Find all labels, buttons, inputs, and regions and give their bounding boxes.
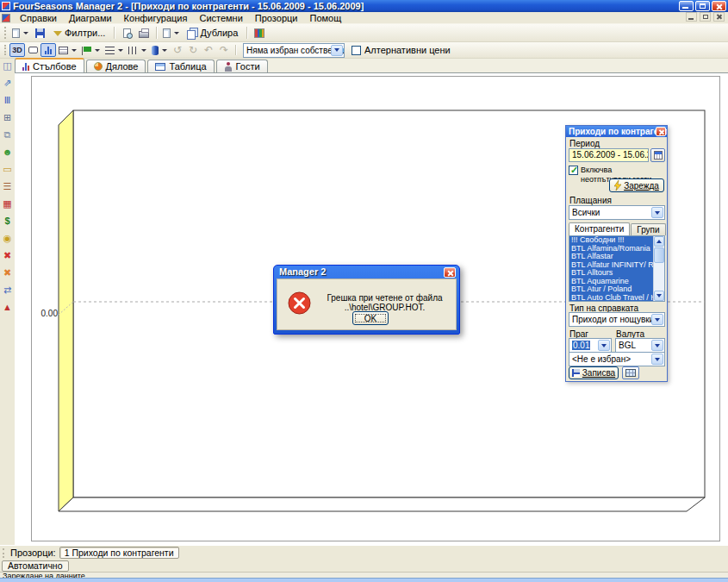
print-preview-button[interactable] (118, 25, 135, 41)
growth-icon[interactable]: ▲ (0, 300, 15, 314)
rotate-ccw-button[interactable]: ↺ (170, 43, 185, 57)
list-item[interactable]: BTL Atur / Poland (569, 285, 653, 294)
ledger-icon[interactable]: ☰ (0, 179, 15, 193)
bar-chart-button[interactable] (40, 43, 56, 57)
focus-rect (355, 314, 386, 322)
orbit-left-button[interactable]: ↶ (201, 43, 216, 57)
minimize-icon[interactable] (679, 1, 694, 11)
grid-icon[interactable]: ▦ (0, 197, 15, 210)
v-gridlines-button[interactable] (126, 43, 149, 57)
coins-icon[interactable]: ◉ (0, 231, 15, 245)
dropdown-button[interactable] (331, 45, 343, 56)
cascade-windows-icon[interactable]: ◫ (0, 59, 15, 72)
dropdown-button[interactable] (651, 340, 663, 351)
flag-icon (84, 47, 91, 52)
threshold-select[interactable]: 0.01 (569, 338, 612, 353)
transfer-icon[interactable]: ⇄ (0, 283, 15, 297)
panel-titlebar[interactable]: Приходи по контрагенти (566, 126, 667, 137)
save-report-button[interactable]: Записва (569, 366, 619, 379)
hotel-select[interactable]: <Не е избран> (569, 352, 665, 366)
mdi-minimize-icon[interactable] (686, 12, 697, 22)
dropdown-button[interactable] (651, 207, 663, 218)
tab-dyalove[interactable]: Дялове (86, 59, 146, 72)
load-button[interactable]: Зарежда (609, 178, 664, 192)
list-item[interactable]: BTL Alfatur INFINITY/ Romani (569, 261, 653, 270)
toolbar-grip[interactable] (4, 27, 7, 39)
scroll-up-icon[interactable] (654, 236, 664, 247)
calculator-icon[interactable]: ⊞ (0, 110, 15, 124)
payments-select[interactable]: Всички (569, 205, 665, 220)
open-window-button[interactable]: 1 Приходи по контрагенти (59, 547, 179, 559)
menu-spravki[interactable]: Справки (14, 12, 63, 24)
print-button[interactable] (135, 25, 152, 41)
menu-pomosht[interactable]: Помощ (303, 12, 347, 24)
owner-select[interactable]: Няма избран собственици (243, 43, 345, 58)
menu-konfiguracia[interactable]: Конфигурация (118, 12, 194, 24)
orbit-right-button[interactable]: ↷ (216, 43, 232, 57)
restore-icon[interactable] (695, 1, 710, 11)
export-report-icon[interactable]: ⇗ (0, 76, 15, 90)
chart-bars-icon[interactable]: Ⅲ (0, 93, 15, 107)
tab-contractors[interactable]: Контрагенти (569, 222, 630, 235)
toolbar-grip[interactable] (3, 548, 5, 558)
guests-icon[interactable]: ☻ (0, 145, 15, 159)
new-report-button[interactable] (9, 25, 31, 41)
labels-button[interactable] (79, 43, 103, 57)
mdi-restore-icon[interactable] (700, 12, 711, 22)
include-guests-checkbox[interactable] (569, 166, 578, 175)
dropdown-button[interactable] (651, 314, 663, 325)
menu-prozorci[interactable]: Прозорци (249, 12, 304, 24)
cancel-alarm-icon[interactable]: ✖ (0, 266, 15, 279)
shape-button[interactable] (25, 43, 40, 57)
cancel-icon[interactable]: ✖ (0, 248, 15, 262)
tab-stulbove[interactable]: Стълбове (15, 58, 84, 72)
dropdown-button[interactable] (651, 354, 663, 365)
legend-button[interactable] (56, 43, 79, 57)
duplicate-icon (187, 28, 197, 38)
toggle-3d-button[interactable]: 3D (9, 43, 25, 57)
copy-page-icon[interactable]: ⧉ (0, 128, 15, 141)
mdi-close-icon[interactable] (713, 12, 725, 22)
list-item[interactable]: BTL Alfastar (569, 253, 653, 261)
menu-diagrami[interactable]: Диаграми (63, 12, 118, 24)
ok-button[interactable]: OK (352, 311, 389, 325)
list-item[interactable]: BTL Alfamina/Romania (569, 245, 653, 253)
calendar-button[interactable] (650, 148, 665, 162)
cylinder-button[interactable] (149, 43, 170, 57)
dropdown-button[interactable] (598, 340, 610, 351)
list-item[interactable]: BTL Alltours (569, 269, 653, 278)
close-icon[interactable] (712, 1, 726, 11)
dollar-icon[interactable]: $ (0, 214, 15, 228)
error-icon (288, 291, 311, 315)
list-item[interactable]: BTL Aquamarine (569, 278, 653, 286)
copy-button[interactable] (160, 25, 182, 41)
tab-gosti[interactable]: Гости (216, 59, 268, 72)
menubar: Справки Диаграми Конфигурация Системни П… (0, 12, 728, 24)
alt-prices-checkbox[interactable] (352, 46, 361, 55)
list-item[interactable]: BTL Auto Club Travel / Hunga (569, 294, 653, 302)
panel-close-icon[interactable] (656, 127, 666, 136)
scroll-down-icon[interactable] (654, 291, 664, 301)
rotate-cw-button[interactable]: ↻ (185, 43, 201, 57)
table-view-button[interactable] (622, 366, 639, 379)
save-button[interactable] (31, 25, 48, 41)
contractors-listbox[interactable]: !!! Свободни !!! BTL Alfamina/Romania BT… (569, 235, 665, 302)
list-scrollbar[interactable] (653, 236, 664, 301)
report-type-select[interactable]: Приходи от нощувки (569, 312, 665, 327)
scroll-thumb[interactable] (654, 247, 664, 263)
toolbar-grip[interactable] (4, 45, 7, 56)
duplicate-button[interactable]: Дублира (182, 25, 243, 41)
h-gridlines-button[interactable] (103, 43, 126, 57)
currency-select[interactable]: BGL (615, 338, 665, 353)
period-input[interactable]: 15.06.2009 - 15.06.2009 (569, 148, 649, 162)
tab-tablica[interactable]: Таблица (147, 59, 214, 72)
tab-groups[interactable]: Групи (631, 223, 665, 235)
dialog-titlebar[interactable]: Manager 2 (277, 266, 457, 278)
filters-button[interactable]: Филтри... (48, 25, 110, 41)
dialog-close-icon[interactable] (444, 267, 456, 278)
export-chart-button[interactable] (251, 25, 268, 41)
menu-sistemni[interactable]: Системни (193, 12, 248, 24)
list-item[interactable]: !!! Свободни !!! (569, 236, 653, 245)
automatic-button[interactable]: Автоматично (2, 560, 69, 572)
folder-icon[interactable]: ▭ (0, 162, 15, 176)
